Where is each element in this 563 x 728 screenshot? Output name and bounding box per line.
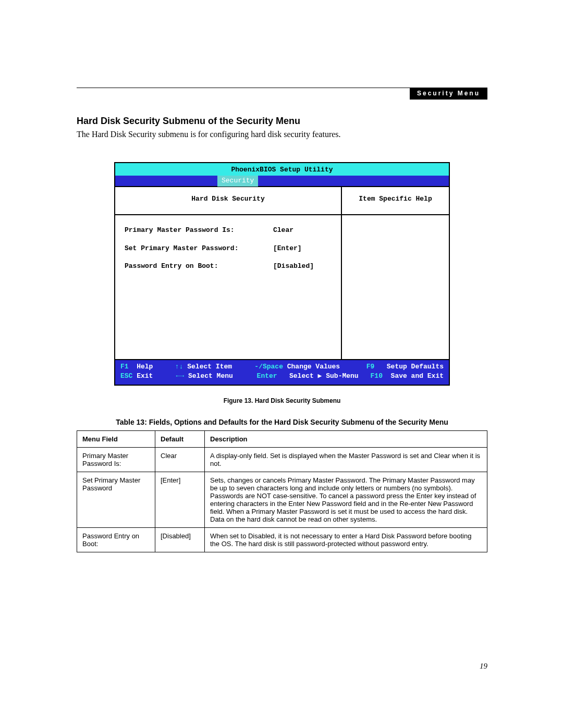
- table-header-row: Menu Field Default Description: [77, 430, 487, 447]
- table-row: Primary Master Password Is: Clear A disp…: [77, 447, 487, 472]
- key-label: Change Values: [287, 363, 340, 371]
- key-label: Select Menu: [188, 372, 233, 380]
- section-title: Hard Disk Security Submenu of the Securi…: [77, 116, 487, 127]
- key-f9: F9: [366, 363, 375, 371]
- key-space: -/Space: [254, 363, 283, 371]
- bios-help-title: Item Specific Help: [342, 187, 449, 215]
- table-row: Password Entry on Boot: [Disabled] When …: [77, 527, 487, 552]
- cell-field: Set Primary Master Password: [77, 472, 155, 527]
- cell-desc: A display-only field. Set is displayed w…: [205, 447, 487, 472]
- key-leftright: ←→: [176, 372, 185, 380]
- bios-field-value: Clear: [273, 226, 293, 235]
- section-intro: The Hard Disk Security submenu is for co…: [77, 130, 487, 139]
- cell-default: [Enter]: [155, 472, 205, 527]
- key-enter: Enter: [257, 372, 277, 380]
- page-number: 19: [480, 662, 487, 671]
- key-label: Setup Defaults: [387, 363, 444, 371]
- key-label: Select ▶ Sub-Menu: [289, 372, 359, 380]
- col-menu-field: Menu Field: [77, 430, 155, 447]
- fields-table: Menu Field Default Description Primary M…: [77, 430, 487, 552]
- bios-panel-title: Hard Disk Security: [115, 187, 341, 215]
- bios-field-row: Primary Master Password Is: Clear: [125, 226, 332, 235]
- key-label: Help: [137, 363, 153, 371]
- bios-field-label: Password Entry on Boot:: [125, 262, 273, 271]
- key-label: Save and Exit: [391, 372, 444, 380]
- bios-menubar: Security: [115, 176, 449, 186]
- bios-field-label: Set Primary Master Password:: [125, 244, 273, 253]
- bios-field-row: Password Entry on Boot: [Disabled]: [125, 262, 332, 271]
- bios-field-value: [Disabled]: [273, 262, 314, 271]
- col-default: Default: [155, 430, 205, 447]
- bios-screenshot: PhoenixBIOS Setup Utility Security Hard …: [114, 162, 450, 386]
- col-description: Description: [205, 430, 487, 447]
- cell-field: Primary Master Password Is:: [77, 447, 155, 472]
- key-f1: F1: [120, 363, 129, 371]
- cell-field: Password Entry on Boot:: [77, 527, 155, 552]
- bios-field-value: [Enter]: [273, 244, 302, 253]
- cell-default: [Disabled]: [155, 527, 205, 552]
- bios-utility-title: PhoenixBIOS Setup Utility: [115, 163, 449, 176]
- bios-active-tab: Security: [217, 176, 258, 187]
- table-caption: Table 13: Fields, Options and Defaults f…: [77, 418, 487, 426]
- cell-default: Clear: [155, 447, 205, 472]
- cell-desc: When set to Disabled, it is not necessar…: [205, 527, 487, 552]
- bios-field-label: Primary Master Password Is:: [125, 226, 273, 235]
- key-esc: ESC: [120, 372, 132, 380]
- figure-caption: Figure 13. Hard Disk Security Submenu: [77, 397, 487, 404]
- key-label: Select Item: [187, 363, 232, 371]
- key-label: Exit: [137, 372, 153, 380]
- key-updown: ↑↓: [175, 363, 183, 371]
- cell-desc: Sets, changes or cancels Primary Master …: [205, 472, 487, 527]
- bios-key-legend: F1 Help ↑↓ Select Item -/Space Change Va…: [115, 359, 449, 384]
- header-tag: Security Menu: [410, 88, 487, 100]
- table-row: Set Primary Master Password [Enter] Sets…: [77, 472, 487, 527]
- bios-field-row: Set Primary Master Password: [Enter]: [125, 244, 332, 253]
- key-f10: F10: [371, 372, 383, 380]
